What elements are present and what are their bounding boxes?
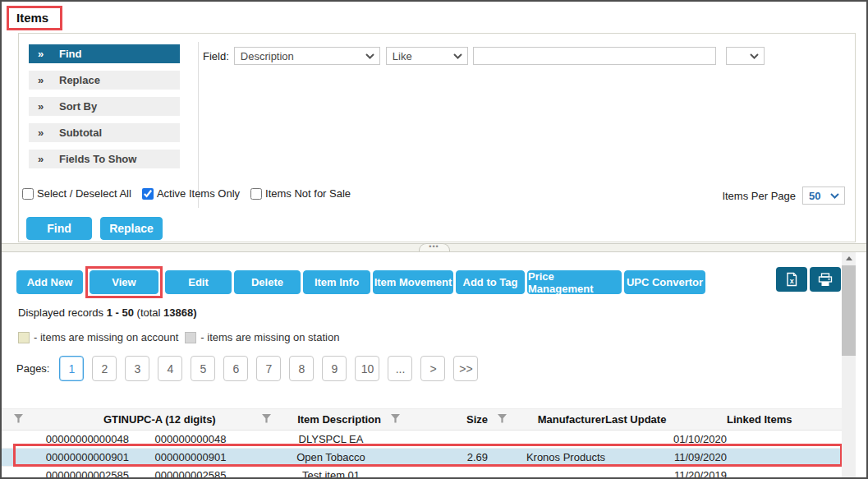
scrollbar-thumb[interactable] <box>842 265 856 356</box>
select-deselect-all-checkbox[interactable]: Select / Deselect All <box>22 187 131 200</box>
scroll-up-arrow-icon[interactable] <box>842 252 856 265</box>
page-button-next[interactable]: > <box>420 356 445 381</box>
cell-upca: 000000000048 <box>129 431 252 449</box>
view-button-highlight-box: View <box>85 266 163 298</box>
excel-file-icon: x <box>785 272 798 287</box>
table-row-selected[interactable]: 00000000000901 000000000901 Open Tobacco… <box>2 449 842 467</box>
cell-size <box>410 431 488 449</box>
splitter-handle-icon[interactable]: ••• <box>419 243 450 251</box>
items-per-page: Items Per Page 50 <box>722 187 845 205</box>
chevron-down-icon <box>453 53 462 59</box>
search-value-input[interactable] <box>473 47 716 65</box>
find-panel-tabs: » Find » Replace » Sort By » Subtotal » … <box>29 44 180 176</box>
column-header-size[interactable]: Size <box>410 409 488 431</box>
filter-funnel-icon[interactable] <box>498 413 507 426</box>
extra-select[interactable] <box>726 47 765 65</box>
cell-manufacturer <box>517 467 605 479</box>
page-button-5[interactable]: 5 <box>191 356 215 381</box>
cell-description: Test item 01 <box>281 467 381 479</box>
pagination: Pages: 1 2 3 4 5 6 7 8 9 10 ... > >> <box>16 356 486 381</box>
tab-label: Sort By <box>59 100 97 113</box>
page-button-4[interactable]: 4 <box>158 356 182 381</box>
export-excel-button[interactable]: x <box>776 267 807 292</box>
find-panel: » Find » Replace » Sort By » Subtotal » … <box>18 33 856 242</box>
edit-button[interactable]: Edit <box>165 270 232 294</box>
vertical-divider <box>198 42 199 208</box>
tab-subtotal[interactable]: » Subtotal <box>29 123 180 142</box>
chevron-down-icon <box>750 53 759 59</box>
checkbox-icon[interactable] <box>142 188 154 200</box>
double-chevron-icon: » <box>38 127 59 139</box>
cell-upca: 000000000901 <box>129 449 252 467</box>
records-summary: Displayed records 1 - 50 (total 13868) <box>18 306 197 319</box>
replace-button[interactable]: Replace <box>100 217 163 240</box>
find-button[interactable]: Find <box>26 217 92 240</box>
items-per-page-select[interactable]: 50 <box>802 187 845 205</box>
upc-convertor-button[interactable]: UPC Convertor <box>624 270 705 294</box>
cell-size: 2.69 <box>410 449 488 467</box>
tab-sort-by[interactable]: » Sort By <box>29 97 180 116</box>
tab-label: Replace <box>59 74 100 86</box>
delete-button[interactable]: Delete <box>234 270 301 294</box>
items-not-for-sale-checkbox[interactable]: Items Not for Sale <box>250 187 351 200</box>
print-button[interactable] <box>810 267 841 292</box>
item-info-button[interactable]: Item Info <box>303 270 370 294</box>
chevron-down-icon <box>830 193 839 199</box>
item-movement-button[interactable]: Item Movement <box>373 270 453 294</box>
tab-find[interactable]: » Find <box>29 44 180 63</box>
page-button-8[interactable]: 8 <box>289 356 314 381</box>
add-to-tag-button[interactable]: Add to Tag <box>456 270 525 294</box>
missing-on-station-label: - items are missing on station <box>200 331 339 343</box>
vertical-scrollbar[interactable] <box>842 252 856 479</box>
double-chevron-icon: » <box>38 74 59 86</box>
cell-description: Open Tobacco <box>281 449 381 467</box>
column-header-last-update[interactable]: Last Update <box>605 409 727 431</box>
filter-funnel-icon[interactable] <box>14 413 23 426</box>
column-header-gtin[interactable]: GTIN <box>34 409 129 431</box>
column-header-upca[interactable]: UPC-A (12 digits) <box>129 409 252 431</box>
table-row[interactable]: 00000000000048 000000000048 DLYSPCL EA 0… <box>2 431 842 449</box>
column-header-linked-items[interactable]: Linked Items <box>727 409 842 431</box>
field-select[interactable]: Description <box>234 47 380 65</box>
filter-funnel-icon[interactable] <box>262 413 271 426</box>
missing-on-station-swatch <box>185 332 196 343</box>
missing-on-account-swatch <box>18 332 30 343</box>
column-header-item-description[interactable]: Item Description <box>281 409 381 431</box>
cell-last-update: 11/20/2019 <box>605 467 727 479</box>
filter-funnel-icon[interactable] <box>391 413 400 426</box>
checkbox-icon[interactable] <box>22 188 34 200</box>
cell-linked-items <box>727 431 842 449</box>
active-items-only-checkbox[interactable]: Active Items Only <box>142 187 240 200</box>
add-new-button[interactable]: Add New <box>16 270 83 294</box>
tab-label: Find <box>59 48 81 60</box>
tab-label: Subtotal <box>59 127 102 139</box>
cell-upca: 000000002585 <box>129 467 252 479</box>
table-header-row: GTIN UPC-A (12 digits) Item Description … <box>2 409 842 431</box>
table-row[interactable]: 00000000002585 000000002585 Test item 01… <box>2 467 842 479</box>
operator-select[interactable]: Like <box>386 47 468 65</box>
page-button-1[interactable]: 1 <box>59 356 84 381</box>
page-button-last[interactable]: >> <box>453 356 478 381</box>
page-button-ellipsis[interactable]: ... <box>388 356 412 381</box>
column-header-manufacturer[interactable]: Manufacturer <box>517 409 605 431</box>
cell-gtin: 00000000000901 <box>34 449 129 467</box>
page-button-3[interactable]: 3 <box>125 356 149 381</box>
page-button-7[interactable]: 7 <box>256 356 281 381</box>
tab-fields-to-show[interactable]: » Fields To Show <box>29 150 180 168</box>
double-chevron-icon: » <box>38 100 59 113</box>
tab-replace[interactable]: » Replace <box>29 71 180 90</box>
view-button[interactable]: View <box>90 270 158 294</box>
cell-last-update: 01/10/2020 <box>605 431 727 449</box>
page-button-10[interactable]: 10 <box>355 356 379 381</box>
page-button-9[interactable]: 9 <box>322 356 347 381</box>
cell-linked-items <box>727 467 842 479</box>
page-button-2[interactable]: 2 <box>92 356 117 381</box>
page-button-6[interactable]: 6 <box>223 356 248 381</box>
price-management-button[interactable]: Price Management <box>527 270 622 294</box>
items-per-page-label: Items Per Page <box>722 190 796 202</box>
tab-label: Fields To Show <box>59 153 136 165</box>
pages-label: Pages: <box>16 362 49 375</box>
cell-size <box>410 467 488 479</box>
checkbox-icon[interactable] <box>250 188 262 200</box>
cell-gtin: 00000000002585 <box>34 467 129 479</box>
